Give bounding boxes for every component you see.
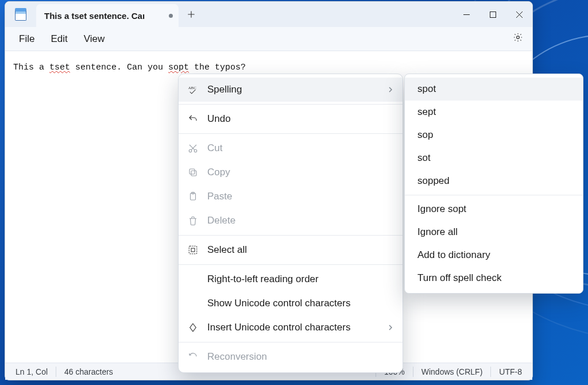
svg-text:ABC: ABC bbox=[188, 86, 196, 90]
status-line-ending[interactable]: Windows (CRLF) bbox=[413, 367, 491, 376]
menu-edit[interactable]: Edit bbox=[42, 30, 75, 48]
chevron-right-icon bbox=[388, 85, 393, 94]
maximize-button[interactable] bbox=[479, 2, 506, 27]
menubar: File Edit View bbox=[5, 27, 532, 51]
menu-separator bbox=[179, 133, 403, 134]
select-all-icon bbox=[187, 245, 199, 255]
settings-button[interactable] bbox=[507, 29, 529, 49]
menu-item-ignore-all[interactable]: Ignore all bbox=[405, 221, 583, 244]
menu-separator bbox=[179, 342, 403, 342]
status-cursor-position: Ln 1, Col bbox=[7, 367, 56, 376]
menu-view[interactable]: View bbox=[76, 30, 113, 48]
svg-point-1 bbox=[517, 36, 520, 39]
context-menu: ABC Spelling Undo Cut Copy Paste bbox=[178, 74, 403, 373]
menu-item-select-all[interactable]: Select all bbox=[179, 238, 403, 262]
menu-separator bbox=[405, 195, 583, 195]
menu-item-show-unicode[interactable]: Show Unicode control characters bbox=[179, 291, 403, 315]
plus-icon bbox=[187, 10, 195, 18]
spellcheck-icon: ABC bbox=[187, 84, 199, 95]
delete-icon bbox=[187, 215, 199, 226]
menu-separator bbox=[179, 264, 403, 265]
chevron-right-icon bbox=[388, 323, 393, 332]
svg-point-4 bbox=[194, 149, 197, 152]
copy-icon bbox=[187, 167, 199, 178]
editor-text: This a tset sentence. Can you sopt the t… bbox=[13, 63, 246, 72]
menu-item-ignore-once[interactable]: Ignore sopt bbox=[405, 198, 583, 221]
menu-item-paste: Paste bbox=[179, 184, 403, 209]
menu-file[interactable]: File bbox=[11, 30, 42, 48]
menu-item-spelling[interactable]: ABC Spelling bbox=[179, 78, 403, 102]
cut-icon bbox=[187, 143, 199, 153]
menu-item-cut: Cut bbox=[179, 136, 403, 160]
svg-rect-10 bbox=[191, 248, 195, 252]
tab-title: This a tset sentence. Caı bbox=[44, 11, 162, 21]
svg-point-3 bbox=[189, 149, 192, 152]
svg-rect-0 bbox=[490, 11, 496, 17]
unsaved-indicator-icon bbox=[169, 14, 173, 18]
new-tab-button[interactable] bbox=[179, 2, 204, 27]
menu-item-turn-off-spellcheck[interactable]: Turn off spell check bbox=[405, 267, 583, 290]
gear-icon bbox=[513, 32, 523, 43]
suggestion-sot[interactable]: sot bbox=[405, 147, 583, 170]
notepad-icon bbox=[15, 8, 26, 21]
suggestion-spot[interactable]: spot bbox=[405, 78, 583, 101]
menu-item-copy: Copy bbox=[179, 160, 403, 184]
menu-item-insert-unicode[interactable]: Insert Unicode control characters bbox=[179, 315, 403, 340]
status-char-count: 46 characters bbox=[56, 367, 121, 376]
suggestion-sop[interactable]: sop bbox=[405, 124, 583, 147]
window-controls bbox=[453, 2, 532, 27]
svg-rect-9 bbox=[189, 246, 197, 254]
spelling-submenu: spot sept sop sot sopped Ignore sopt Ign… bbox=[404, 74, 583, 294]
app-icon bbox=[5, 2, 36, 27]
menu-item-reconversion: Reconversion bbox=[179, 345, 403, 369]
menu-item-delete: Delete bbox=[179, 209, 403, 233]
close-button[interactable] bbox=[506, 2, 532, 27]
menu-item-undo[interactable]: Undo bbox=[179, 107, 403, 131]
document-tab[interactable]: This a tset sentence. Caı bbox=[36, 4, 179, 27]
titlebar[interactable]: This a tset sentence. Caı bbox=[5, 2, 532, 27]
paste-icon bbox=[187, 191, 199, 202]
menu-item-add-to-dictionary[interactable]: Add to dictionary bbox=[405, 244, 583, 267]
minimize-button[interactable] bbox=[453, 2, 479, 27]
svg-rect-6 bbox=[189, 169, 195, 174]
reconversion-icon bbox=[187, 352, 199, 362]
insert-icon bbox=[187, 322, 199, 333]
undo-icon bbox=[187, 114, 199, 124]
menu-item-rtl[interactable]: Right-to-left reading order bbox=[179, 267, 403, 291]
menu-separator bbox=[179, 235, 403, 236]
misspelled-word[interactable]: sopt bbox=[168, 63, 189, 72]
status-encoding[interactable]: UTF-8 bbox=[491, 367, 530, 376]
misspelled-word[interactable]: tset bbox=[49, 63, 70, 72]
suggestion-sopped[interactable]: sopped bbox=[405, 170, 583, 192]
suggestion-sept[interactable]: sept bbox=[405, 101, 583, 124]
svg-rect-5 bbox=[191, 171, 196, 176]
menu-separator bbox=[179, 104, 403, 105]
